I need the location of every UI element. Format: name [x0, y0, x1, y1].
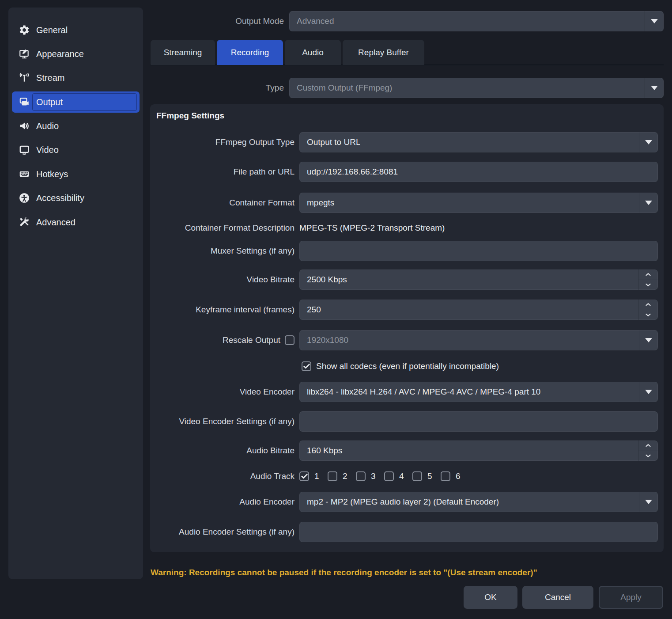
output-mode-label: Output Mode [150, 11, 284, 31]
rescale-output-value: 1920x1080 [307, 335, 348, 345]
spin-buttons [638, 441, 658, 461]
tab-label: Recording [231, 48, 269, 57]
sidebar-item-label: Accessibility [36, 193, 84, 203]
chevron-down-icon [639, 330, 658, 350]
video-bitrate-value: 2500 Kbps [307, 275, 347, 285]
container-format-description-value: MPEG-TS (MPEG-2 Transport Stream) [299, 223, 445, 233]
audio-encoder-select[interactable]: mp2 - MP2 (MPEG audio layer 2) (Default … [299, 492, 658, 512]
container-format-label: Container Format [156, 193, 294, 213]
settings-dialog: General Appearance [0, 0, 672, 619]
rescale-output-checkbox[interactable] [285, 335, 294, 345]
apply-button[interactable]: Apply [599, 586, 663, 609]
sidebar-item-video[interactable]: Video [12, 139, 140, 160]
sidebar-item-label: Advanced [36, 217, 76, 228]
sidebar-item-stream[interactable]: Stream [12, 67, 140, 88]
sidebar-item-label: Audio [36, 121, 59, 131]
stream-icon [18, 71, 31, 84]
rescale-output-select[interactable]: 1920x1080 [299, 330, 658, 350]
sidebar-item-advanced[interactable]: Advanced [12, 212, 140, 233]
sidebar-item-label: Stream [36, 73, 64, 83]
audio-encoder-label: Audio Encoder [156, 492, 294, 512]
tab-label: Audio [302, 48, 324, 57]
sidebar-item-appearance[interactable]: Appearance [12, 43, 140, 65]
show-all-codecs-label: Show all codecs (even if potentially inc… [316, 361, 499, 372]
output-mode-value: Advanced [297, 16, 334, 26]
sidebar-item-label: Output [36, 97, 63, 107]
cancel-button[interactable]: Cancel [522, 586, 593, 609]
ok-button[interactable]: OK [464, 586, 517, 609]
advanced-icon [18, 216, 31, 229]
audio-track-2-label: 2 [343, 471, 347, 482]
ffmpeg-output-type-value: Output to URL [307, 137, 360, 147]
sidebar-item-output[interactable]: Output [12, 91, 140, 113]
keyframe-interval-spinner[interactable]: 250 [299, 300, 658, 320]
tab-label: Streaming [164, 48, 202, 57]
ok-button-label: OK [484, 592, 496, 602]
container-format-select[interactable]: mpegts [299, 193, 658, 213]
audio-track-6-checkbox[interactable] [441, 471, 450, 481]
spin-buttons [638, 300, 658, 320]
sidebar-item-audio[interactable]: Audio [12, 115, 140, 137]
output-icon [18, 95, 31, 109]
video-icon [18, 143, 31, 156]
ffmpeg-output-type-select[interactable]: Output to URL [299, 132, 658, 152]
tab-audio[interactable]: Audio [285, 40, 341, 65]
video-bitrate-spinner[interactable]: 2500 Kbps [299, 270, 658, 290]
keyframe-interval-label: Keyframe interval (frames) [156, 300, 294, 320]
sidebar-item-label: Hotkeys [36, 169, 68, 179]
spin-up-button[interactable] [638, 441, 658, 451]
file-path-input[interactable] [299, 162, 658, 182]
video-encoder-select[interactable]: libx264 - libx264 H.264 / AVC / MPEG-4 A… [299, 382, 658, 402]
output-mode-select[interactable]: Advanced [289, 11, 664, 31]
audio-track-2-checkbox[interactable] [328, 471, 337, 481]
gear-icon [18, 23, 31, 37]
tab-label: Replay Buffer [358, 48, 409, 57]
audio-track-5-checkbox[interactable] [412, 471, 422, 481]
chevron-down-icon [639, 132, 658, 152]
container-format-value: mpegts [307, 198, 334, 208]
tab-streaming[interactable]: Streaming [151, 40, 215, 65]
settings-sidebar: General Appearance [8, 8, 143, 579]
audio-track-6-label: 6 [456, 471, 461, 482]
keyframe-interval-value: 250 [307, 305, 321, 315]
muxer-settings-input[interactable] [299, 241, 658, 261]
chevron-down-icon [639, 193, 658, 213]
audio-track-5-label: 5 [427, 471, 432, 482]
audio-encoder-settings-input[interactable] [299, 522, 658, 542]
spin-up-button[interactable] [638, 270, 658, 280]
rescale-output-label: Rescale Output [156, 330, 280, 350]
audio-bitrate-label: Audio Bitrate [156, 441, 294, 461]
spin-down-button[interactable] [638, 310, 658, 320]
spin-down-button[interactable] [638, 451, 658, 461]
type-value: Custom Output (FFmpeg) [297, 83, 392, 93]
panel-title: FFmpeg Settings [156, 111, 224, 121]
sidebar-item-general[interactable]: General [12, 19, 140, 41]
type-select[interactable]: Custom Output (FFmpeg) [289, 78, 664, 98]
sidebar-item-label: Appearance [36, 49, 84, 59]
video-encoder-settings-label: Video Encoder Settings (if any) [156, 411, 294, 432]
file-path-label: File path or URL [156, 162, 294, 182]
audio-track-4-checkbox[interactable] [384, 471, 394, 481]
show-all-codecs-checkbox[interactable] [302, 361, 311, 371]
audio-bitrate-spinner[interactable]: 160 Kbps [299, 441, 658, 461]
ffmpeg-output-type-label: FFmpeg Output Type [156, 132, 294, 152]
video-bitrate-label: Video Bitrate [156, 270, 294, 290]
type-label: Type [150, 78, 284, 98]
audio-track-3-checkbox[interactable] [356, 471, 366, 481]
sidebar-item-hotkeys[interactable]: Hotkeys [12, 163, 140, 185]
audio-bitrate-value: 160 Kbps [307, 446, 342, 456]
spin-up-button[interactable] [638, 300, 658, 310]
audio-track-4-label: 4 [399, 471, 404, 482]
chevron-down-icon [639, 382, 658, 402]
video-encoder-settings-input[interactable] [299, 411, 658, 432]
hotkeys-icon [18, 167, 31, 181]
audio-track-1-checkbox[interactable] [299, 471, 309, 481]
tab-replay-buffer[interactable]: Replay Buffer [343, 40, 424, 65]
spin-down-button[interactable] [638, 280, 658, 290]
accessibility-icon [18, 191, 31, 205]
audio-encoder-settings-label: Audio Encoder Settings (if any) [156, 522, 294, 542]
tab-recording[interactable]: Recording [217, 40, 283, 65]
spin-buttons [638, 270, 658, 290]
audio-track-3-label: 3 [371, 471, 376, 482]
sidebar-item-accessibility[interactable]: Accessibility [12, 187, 140, 209]
